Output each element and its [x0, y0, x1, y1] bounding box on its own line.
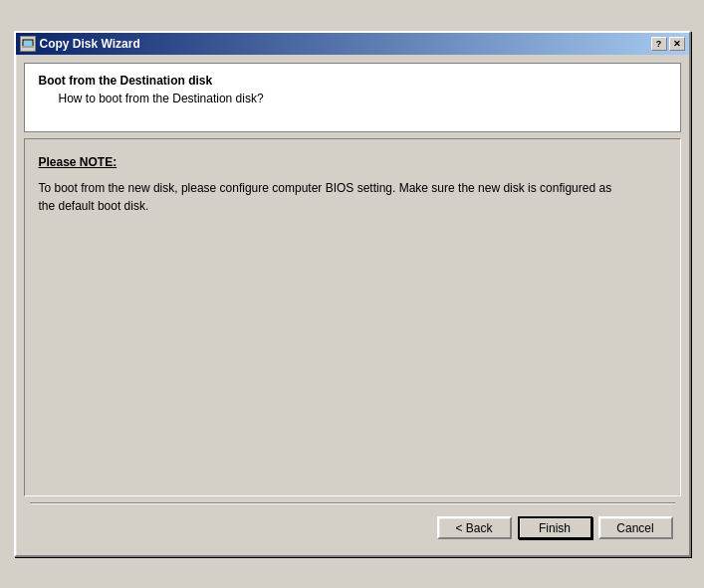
cancel-button[interactable]: Cancel	[598, 516, 673, 539]
title-bar-buttons: ? ✕	[651, 37, 685, 51]
window-icon	[20, 36, 36, 52]
header-subtitle: How to boot from the Destination disk?	[39, 92, 666, 105]
window-title: Copy Disk Wizard	[40, 37, 647, 51]
copy-disk-wizard-window: Copy Disk Wizard ? ✕ Boot from the Desti…	[14, 31, 691, 557]
title-bar: Copy Disk Wizard ? ✕	[16, 33, 689, 55]
button-bar: < Back Finish Cancel	[24, 510, 681, 547]
main-panel: Please NOTE: To boot from the new disk, …	[24, 138, 681, 496]
svg-rect-2	[22, 46, 34, 48]
svg-rect-1	[24, 41, 32, 46]
header-panel: Boot from the Destination disk How to bo…	[24, 63, 681, 132]
note-text: To boot from the new disk, please config…	[39, 179, 666, 215]
back-button[interactable]: < Back	[437, 516, 512, 539]
separator	[30, 502, 675, 504]
note-title: Please NOTE:	[39, 155, 666, 169]
finish-button[interactable]: Finish	[518, 516, 592, 539]
close-button[interactable]: ✕	[669, 37, 685, 51]
help-button[interactable]: ?	[651, 37, 667, 51]
header-title: Boot from the Destination disk	[39, 74, 666, 88]
window-content: Boot from the Destination disk How to bo…	[16, 55, 689, 555]
